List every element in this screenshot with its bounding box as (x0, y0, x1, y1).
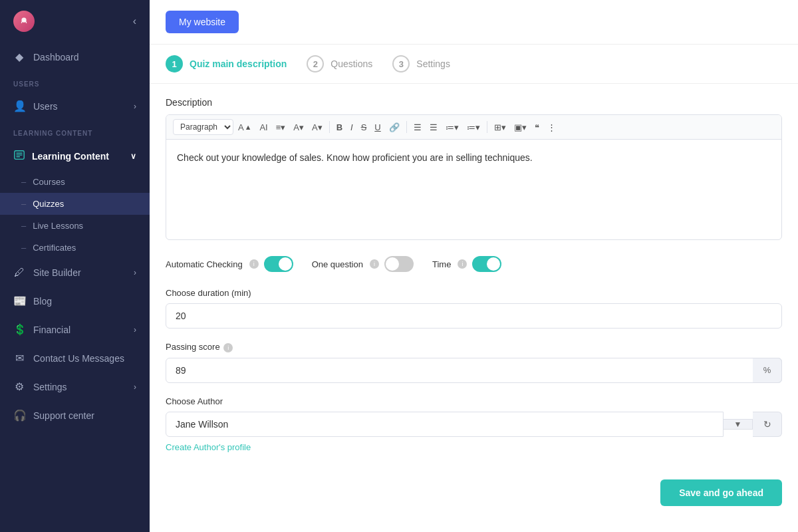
toolbar-divider-2 (406, 121, 407, 133)
editor-body[interactable]: Check out your knowledge of sales. Know … (166, 140, 781, 239)
create-author-link[interactable]: Create Author's profile (166, 442, 251, 452)
sidebar-subitem-quizzes[interactable]: – Quizzes (0, 193, 150, 215)
italic-btn[interactable]: I (347, 120, 356, 135)
passing-score-info-icon[interactable]: i (223, 343, 233, 352)
duration-label: Choose duration (min) (166, 288, 782, 298)
sidebar-item-users[interactable]: 👤 Users › (0, 92, 150, 120)
automatic-checking-knob (279, 257, 292, 271)
step-2[interactable]: 2 Questions (307, 55, 372, 72)
settings-icon: ⚙ (13, 380, 25, 393)
author-refresh-btn[interactable]: ↻ (753, 412, 782, 437)
automatic-checking-info-icon[interactable]: i (249, 259, 259, 269)
time-knob (487, 257, 500, 271)
sidebar-item-dashboard[interactable]: ◆ Dashboard (0, 43, 150, 71)
courses-label: Courses (33, 177, 65, 187)
learning-content-label: Learning Content (32, 151, 109, 162)
sidebar-item-contact[interactable]: ✉ Contact Us Messages (0, 344, 150, 372)
blog-icon: 📰 (13, 295, 25, 307)
editor-container: Paragraph Heading 1 Heading 2 A▲ AI ≡▾ A… (166, 114, 782, 240)
sidebar-item-financial[interactable]: 💲 Financial › (0, 315, 150, 344)
one-question-label: One question (312, 259, 363, 269)
sidebar-subitem-certificates[interactable]: – Certificates (0, 237, 150, 259)
sidebar-item-settings[interactable]: ⚙ Settings › (0, 372, 150, 401)
site-builder-arrow-icon: › (134, 268, 136, 277)
editor-content: Check out your knowledge of sales. Know … (177, 152, 533, 163)
ol-btn[interactable]: ☰ (426, 120, 441, 135)
strikethrough-btn[interactable]: S (358, 120, 370, 135)
percent-suffix: % (753, 358, 782, 383)
passing-score-label: Passing score i (166, 342, 782, 352)
save-and-go-ahead-button[interactable]: Save and go ahead (660, 479, 782, 506)
sidebar-item-users-label: Users (33, 101, 58, 112)
more-btn[interactable]: ⋮ (544, 120, 559, 135)
live-lessons-label: Live Lessons (33, 221, 83, 231)
sidebar-subitem-live-lessons[interactable]: – Live Lessons (0, 215, 150, 237)
users-arrow-icon: › (134, 102, 136, 111)
sidebar-item-blog[interactable]: 📰 Blog (0, 287, 150, 315)
topbar: My website (150, 0, 798, 45)
steps-bar: 1 Quiz main description 2 Questions 3 Se… (150, 45, 798, 84)
step-2-label: Questions (331, 59, 372, 69)
collapse-button[interactable]: ‹ (133, 15, 136, 27)
paragraph-select[interactable]: Paragraph Heading 1 Heading 2 (173, 119, 233, 135)
time-info-icon[interactable]: i (458, 259, 467, 269)
author-dropdown-btn[interactable]: ▼ (724, 419, 753, 430)
contact-icon: ✉ (13, 352, 25, 364)
passing-score-field-group: Passing score i % (166, 342, 782, 383)
duration-field-group: Choose duration (min) (166, 288, 782, 329)
financial-arrow-icon: › (134, 325, 136, 334)
settings-arrow-icon: › (134, 382, 136, 392)
font-color-btn[interactable]: A▾ (290, 120, 307, 135)
learning-content-icon (13, 149, 25, 163)
sidebar-item-learning-content[interactable]: Learning Content ∨ (0, 141, 150, 171)
form-content-area: Description Paragraph Heading 1 Heading … (150, 84, 798, 532)
align-btn[interactable]: ≡▾ (273, 120, 289, 135)
contact-label: Contact Us Messages (33, 353, 124, 364)
support-label: Support center (33, 410, 94, 421)
users-icon: 👤 (13, 100, 25, 112)
indent-btn[interactable]: ≔▾ (442, 120, 462, 135)
one-question-knob (386, 257, 399, 271)
passing-score-input[interactable] (166, 358, 782, 383)
duration-input[interactable] (166, 303, 782, 329)
my-website-button[interactable]: My website (166, 11, 239, 33)
support-icon: 🎧 (13, 409, 25, 422)
highlight-btn[interactable]: A▾ (309, 120, 326, 135)
sidebar-item-site-builder[interactable]: 🖊 Site Builder › (0, 259, 150, 287)
step-1-circle: 1 (166, 55, 183, 72)
financial-icon: 💲 (13, 323, 25, 336)
toolbar-divider-1 (329, 121, 330, 133)
step-1[interactable]: 1 Quiz main description (166, 55, 287, 72)
automatic-checking-group: Automatic Checking i (166, 256, 293, 272)
duration-input-wrapper (166, 303, 782, 329)
font-size-btn[interactable]: A▲ (235, 120, 255, 135)
save-row: Save and go ahead (166, 466, 782, 513)
one-question-info-icon[interactable]: i (370, 259, 379, 269)
sidebar-subitem-courses[interactable]: – Courses (0, 171, 150, 193)
quizzes-label: Quizzes (33, 199, 64, 209)
dashboard-icon: ◆ (13, 51, 25, 63)
learning-content-arrow-icon: ∨ (130, 152, 136, 161)
table-btn[interactable]: ⊞▾ (491, 120, 509, 135)
time-group: Time i (432, 256, 501, 272)
blockquote-btn[interactable]: ❝ (531, 120, 543, 135)
numbering-btn[interactable]: ≔▾ (464, 120, 483, 135)
financial-label: Financial (33, 325, 70, 335)
certificates-label: Certificates (33, 243, 76, 253)
ul-btn[interactable]: ☰ (410, 120, 425, 135)
toolbar-divider-3 (487, 121, 487, 133)
one-question-toggle[interactable] (384, 256, 414, 272)
automatic-checking-toggle[interactable] (264, 256, 293, 272)
step-1-label: Quiz main description (190, 59, 287, 69)
time-toggle[interactable] (472, 256, 501, 272)
author-select[interactable]: Jane Willson (166, 412, 724, 437)
step-3[interactable]: 3 Settings (392, 55, 450, 72)
bold-btn[interactable]: B (333, 120, 346, 135)
sidebar-item-support[interactable]: 🎧 Support center (0, 401, 150, 430)
sidebar: ‹ ◆ Dashboard USERS 👤 Users › LEARNING C… (0, 0, 150, 532)
link-btn[interactable]: 🔗 (386, 120, 403, 135)
step-3-circle: 3 (392, 55, 410, 72)
underline-btn[interactable]: U (371, 120, 384, 135)
media-btn[interactable]: ▣▾ (511, 120, 530, 135)
ai-btn[interactable]: AI (256, 120, 271, 135)
